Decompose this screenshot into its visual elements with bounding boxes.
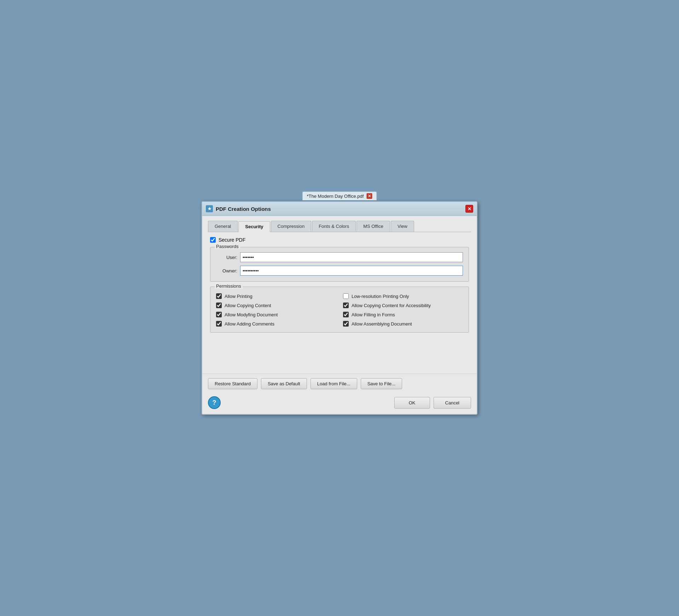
- perm-allow-copying-checkbox[interactable]: [216, 303, 222, 308]
- user-password-row: User:: [216, 252, 463, 262]
- ok-button[interactable]: OK: [394, 397, 430, 409]
- perm-allow-adding-comments: Allow Adding Comments: [216, 321, 336, 327]
- perm-allow-copying-accessibility-label[interactable]: Allow Copying Content for Accessibility: [352, 303, 431, 308]
- permissions-group: Permissions Allow Printing Low-resolutio…: [210, 287, 469, 333]
- perm-allow-modifying: Allow Modyfing Document: [216, 312, 336, 317]
- tab-bar: General Security Compression Fonts & Col…: [208, 221, 471, 232]
- tab-view[interactable]: View: [391, 221, 414, 232]
- perm-allow-assembling-label[interactable]: Allow Assemblying Document: [352, 321, 412, 327]
- dialog-footer: ? OK Cancel: [202, 393, 477, 414]
- restore-standard-button[interactable]: Restore Standard: [208, 378, 257, 389]
- perm-allow-filling-forms-label[interactable]: Allow Filling in Forms: [352, 312, 395, 317]
- perm-allow-printing-checkbox[interactable]: [216, 293, 222, 299]
- browser-tab: *The Modern Day Office.pdf ✕: [302, 191, 377, 200]
- secure-pdf-row: Secure PDF: [210, 237, 469, 243]
- perm-allow-filling-forms-checkbox[interactable]: [343, 312, 349, 317]
- cancel-button[interactable]: Cancel: [434, 397, 471, 409]
- dialog-titlebar: ★ PDF Creation Options ✕: [202, 202, 477, 216]
- perm-low-res-printing: Low-resolution Printing Only: [343, 293, 463, 299]
- dialog-body: General Security Compression Fonts & Col…: [202, 216, 477, 374]
- tab-fonts-colors[interactable]: Fonts & Colors: [312, 221, 356, 232]
- secure-pdf-label[interactable]: Secure PDF: [219, 237, 245, 243]
- load-from-file-button[interactable]: Load from File...: [311, 378, 357, 389]
- perm-allow-adding-comments-label[interactable]: Allow Adding Comments: [225, 321, 274, 327]
- dialog-icon: ★: [206, 205, 213, 212]
- perm-allow-copying-accessibility: Allow Copying Content for Accessibility: [343, 303, 463, 308]
- perm-allow-printing: Allow Printing: [216, 293, 336, 299]
- perm-allow-modifying-checkbox[interactable]: [216, 312, 222, 317]
- spacer: [210, 338, 469, 366]
- help-button[interactable]: ?: [208, 396, 221, 409]
- dialog-close-button[interactable]: ✕: [465, 205, 473, 213]
- tab-ms-office[interactable]: MS Office: [356, 221, 390, 232]
- tab-compression[interactable]: Compression: [271, 221, 312, 232]
- pdf-creation-dialog: ★ PDF Creation Options ✕ General Securit…: [202, 201, 477, 415]
- dialog-wrapper: *The Modern Day Office.pdf ✕ ★ PDF Creat…: [202, 201, 477, 415]
- perm-allow-filling-forms: Allow Filling in Forms: [343, 312, 463, 317]
- passwords-group-title: Passwords: [215, 244, 240, 249]
- perm-allow-adding-comments-checkbox[interactable]: [216, 321, 222, 327]
- tab-general[interactable]: General: [208, 221, 238, 232]
- owner-label: Owner:: [216, 268, 237, 274]
- browser-tab-title: *The Modern Day Office.pdf: [307, 194, 364, 199]
- perm-low-res-printing-label[interactable]: Low-resolution Printing Only: [352, 294, 409, 299]
- passwords-group: Passwords User: Owner:: [210, 247, 469, 282]
- save-to-file-button[interactable]: Save to File...: [361, 378, 402, 389]
- perm-allow-modifying-label[interactable]: Allow Modyfing Document: [225, 312, 278, 317]
- perm-allow-copying: Allow Copying Content: [216, 303, 336, 308]
- dialog-title-left: ★ PDF Creation Options: [206, 205, 271, 212]
- save-as-default-button[interactable]: Save as Default: [261, 378, 307, 389]
- perm-allow-assembling-checkbox[interactable]: [343, 321, 349, 327]
- secure-pdf-checkbox[interactable]: [210, 237, 216, 243]
- tab-security[interactable]: Security: [238, 221, 270, 232]
- footer-right: OK Cancel: [394, 397, 471, 409]
- perm-allow-printing-label[interactable]: Allow Printing: [225, 294, 253, 299]
- perm-allow-assembling: Allow Assemblying Document: [343, 321, 463, 327]
- owner-password-row: Owner:: [216, 266, 463, 276]
- owner-password-input[interactable]: [240, 266, 463, 276]
- browser-tab-close[interactable]: ✕: [366, 193, 372, 199]
- permissions-grid: Allow Printing Low-resolution Printing O…: [216, 293, 463, 327]
- permissions-group-title: Permissions: [215, 283, 243, 289]
- dialog-title: PDF Creation Options: [216, 206, 271, 212]
- perm-allow-copying-label[interactable]: Allow Copying Content: [225, 303, 271, 308]
- user-label: User:: [216, 255, 237, 260]
- perm-low-res-printing-checkbox[interactable]: [343, 293, 349, 299]
- user-password-input[interactable]: [240, 252, 463, 262]
- bottom-buttons: Restore Standard Save as Default Load fr…: [202, 374, 477, 393]
- perm-allow-copying-accessibility-checkbox[interactable]: [343, 303, 349, 308]
- security-tab-content: Secure PDF Passwords User: Owner:: [208, 232, 471, 369]
